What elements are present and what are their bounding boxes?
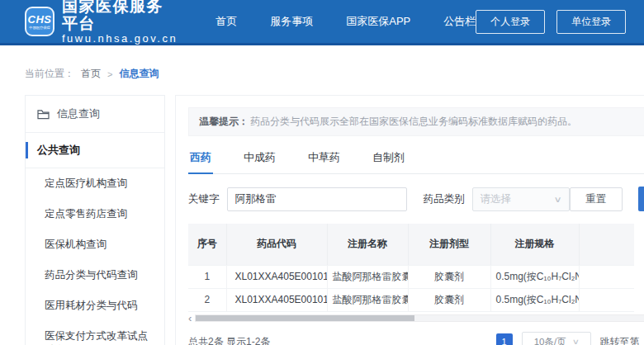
notice-banner: 温馨提示： 药品分类与代码展示全部在国家医保信息业务编码标准数据库赋码的药品。 … <box>188 107 644 136</box>
nav-item-bulletin[interactable]: 公告栏 <box>443 14 476 29</box>
drug-type-tabs: 西药 中成药 中草药 自制剂 <box>188 149 644 174</box>
sidebar-item-insurance-agencies[interactable]: 医保机构查询 <box>26 229 164 260</box>
reset-button[interactable]: 重置 <box>570 187 623 211</box>
results-table-container: 序号 药品代码 注册名称 注册剂型 注册规格 1 XL01XXA405E0010… <box>188 224 644 312</box>
cell-dosage-form: 胶囊剂 <box>408 288 490 311</box>
breadcrumb-prefix: 当前位置： <box>25 67 74 81</box>
sidebar-item-designated-retail-pharmacies[interactable]: 定点零售药店查询 <box>26 199 164 229</box>
chs-logo-text: CHS <box>28 14 52 25</box>
page-jumper: 跳转至第 页 <box>600 332 644 345</box>
sidebar-item-drug-classification-codes[interactable]: 药品分类与代码查询 <box>26 260 164 291</box>
personal-login-button[interactable]: 个人登录 <box>476 10 545 34</box>
content-layout: 信息查询 公共查询 定点医疗机构查询 定点零售药店查询 医保机构查询 药品分类与… <box>25 95 599 345</box>
cell-seq: 2 <box>188 288 226 311</box>
site-domain: fuwu.nhsa.gov.cn <box>62 32 178 45</box>
cell-registered-name: 盐酸阿那格雷胶囊 <box>327 265 408 288</box>
cell-clipped <box>579 265 634 288</box>
site-logo[interactable]: CHS 中国医疗保障 国家医保服务平台 fuwu.nhsa.gov.cn <box>25 0 178 45</box>
category-placeholder: 请选择 <box>481 192 512 206</box>
sidebar-root-label: 信息查询 <box>57 106 100 121</box>
cell-drug-code: XL01XXA405E0010102... <box>226 288 327 311</box>
main-nav: 首页 服务事项 国家医保APP 公告栏 <box>215 14 476 29</box>
search-button[interactable]: 查询 <box>638 187 644 211</box>
header-seq: 序号 <box>188 224 226 265</box>
pagination: 总共2条 显示1-2条 1 10条/页 ∨ 跳转至第 页 <box>188 332 644 345</box>
notice-text: 药品分类与代码展示全部在国家医保信息业务编码标准数据库赋码的药品。 <box>250 115 577 129</box>
cell-specification: 0.5mg(按C₁₀H₇Cl₂N₃O计) <box>490 288 579 311</box>
horizontal-scrollbar: ‹ › <box>188 314 644 323</box>
keyword-label: 关键字 <box>188 192 220 206</box>
sidebar-item-public-query[interactable]: 公共查询 <box>26 133 164 168</box>
header-registered-name: 注册名称 <box>327 224 408 265</box>
page-size-value: 10条/页 <box>534 336 566 345</box>
scrollbar-track[interactable] <box>195 314 644 322</box>
table-header-row: 序号 药品代码 注册名称 注册剂型 注册规格 <box>188 224 634 265</box>
sidebar-item-designated-medical-institutions[interactable]: 定点医疗机构查询 <box>26 168 164 199</box>
breadcrumb-current[interactable]: 信息查询 <box>119 67 159 81</box>
cell-specification: 0.5mg(按C₁₀H₇Cl₂N₃O计) <box>490 265 579 288</box>
nav-item-services[interactable]: 服务事项 <box>270 14 313 29</box>
cell-registered-name: 盐酸阿那格雷胶囊 <box>327 288 408 311</box>
chevron-down-icon: ∨ <box>571 338 579 345</box>
sidebar: 信息查询 公共查询 定点医疗机构查询 定点零售药店查询 医保机构查询 药品分类与… <box>25 95 165 345</box>
header-specification: 注册规格 <box>490 224 579 265</box>
pagination-total-text: 总共2条 显示1-2条 <box>188 335 270 345</box>
scroll-left-icon[interactable]: ‹ <box>188 314 192 323</box>
folder-icon <box>37 109 50 120</box>
keyword-input[interactable] <box>227 187 407 211</box>
results-table: 序号 药品代码 注册名称 注册剂型 注册规格 1 XL01XXA405E0010… <box>188 224 634 312</box>
unit-login-button[interactable]: 单位登录 <box>556 10 626 34</box>
nav-item-home[interactable]: 首页 <box>215 14 237 29</box>
table-row[interactable]: 2 XL01XXA405E0010102... 盐酸阿那格雷胶囊 胶囊剂 0.5… <box>188 288 634 311</box>
tab-self-prepared[interactable]: 自制剂 <box>371 149 406 173</box>
header-clipped <box>579 224 634 265</box>
sidebar-item-payment-reform-pilot-cities[interactable]: 医保支付方式改革试点城市 <box>26 321 164 345</box>
header-dosage-form: 注册剂型 <box>408 224 490 265</box>
scrollbar-thumb[interactable] <box>196 315 414 321</box>
search-filters: 关键字 药品类别 请选择 ∨ 重置 查询 <box>188 187 644 211</box>
notice-label: 温馨提示： <box>199 115 249 129</box>
nav-item-app[interactable]: 国家医保APP <box>346 14 410 29</box>
chs-logo-subtext: 中国医疗保障 <box>29 25 50 29</box>
main-panel: 温馨提示： 药品分类与代码展示全部在国家医保信息业务编码标准数据库赋码的药品。 … <box>175 95 644 345</box>
chevron-down-icon: ∨ <box>554 195 562 204</box>
breadcrumb-home-link[interactable]: 首页 <box>81 67 101 81</box>
login-buttons: 个人登录 单位登录 <box>476 10 626 34</box>
cell-dosage-form: 胶囊剂 <box>408 265 490 288</box>
tab-western-medicine[interactable]: 西药 <box>188 149 213 174</box>
top-header: CHS 中国医疗保障 国家医保服务平台 fuwu.nhsa.gov.cn 首页 … <box>0 0 644 45</box>
tab-chinese-herbal-medicine[interactable]: 中草药 <box>306 149 342 173</box>
breadcrumb-separator-icon: > <box>107 69 112 79</box>
breadcrumb: 当前位置： 首页 > 信息查询 <box>25 67 644 81</box>
sidebar-item-info-query[interactable]: 信息查询 <box>26 96 164 133</box>
cell-seq: 1 <box>188 265 226 288</box>
sidebar-section-label: 公共查询 <box>37 144 80 156</box>
sidebar-item-medical-consumables-codes[interactable]: 医用耗材分类与代码 <box>26 291 164 321</box>
tab-chinese-patent-medicine[interactable]: 中成药 <box>242 149 277 173</box>
cell-clipped <box>579 288 634 311</box>
header-drug-code: 药品代码 <box>226 224 327 265</box>
category-select[interactable]: 请选择 ∨ <box>472 187 570 211</box>
category-label: 药品类别 <box>424 192 465 206</box>
cell-drug-code: XL01XXA405E0010101... <box>226 265 327 288</box>
site-title: 国家医保服务平台 <box>62 0 178 32</box>
jump-prefix: 跳转至第 <box>600 335 640 345</box>
table-row[interactable]: 1 XL01XXA405E0010101... 盐酸阿那格雷胶囊 胶囊剂 0.5… <box>188 265 634 288</box>
chs-logo-icon: CHS 中国医疗保障 <box>25 7 54 36</box>
page-1-button[interactable]: 1 <box>496 333 513 345</box>
active-indicator-bar <box>26 142 28 158</box>
page-size-select[interactable]: 10条/页 ∨ <box>522 332 591 345</box>
